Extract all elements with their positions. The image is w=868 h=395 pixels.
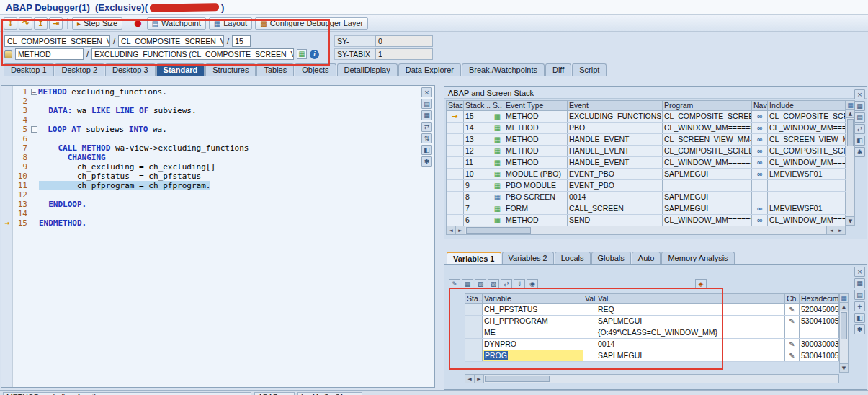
var-value-cell[interactable]: REQ <box>596 304 785 315</box>
navigate-icon[interactable]: ∞ <box>752 123 768 133</box>
settings-icon[interactable]: ✱ <box>421 156 432 167</box>
code-line[interactable]: 11 ch_pfprogram = ch_pfprogram. <box>1 181 420 190</box>
change-value-icon[interactable]: ✎ <box>785 316 800 327</box>
grid-icon[interactable]: ▦ <box>854 101 865 111</box>
code-line[interactable]: 9 ch_excluding = ch_excluding[] <box>1 162 420 172</box>
compare-icon[interactable]: ⇄ <box>501 279 512 289</box>
change-value-icon[interactable]: ✎ <box>785 350 800 361</box>
scroll-up-icon[interactable]: ▲ <box>840 303 848 311</box>
var-name-cell[interactable]: ME <box>483 327 583 338</box>
variables-col-header[interactable]: Ch.. <box>785 294 800 304</box>
variables-col-header[interactable]: Val. <box>596 294 785 304</box>
variable-row[interactable]: ME{O:49*\CLASS=CL_WINDOW_MM} <box>465 327 839 339</box>
variables-col-header[interactable]: Val.. <box>583 294 596 304</box>
navigate-icon[interactable]: ∞ <box>752 215 768 226</box>
vscroll-track[interactable] <box>840 340 848 363</box>
var-value-cell[interactable]: SAPLMEGUI <box>596 350 785 361</box>
step-into-button[interactable]: ↧ <box>4 17 17 30</box>
hscroll-track[interactable] <box>550 375 838 383</box>
event-name-field[interactable]: EXCLUDING_FUNCTIONS (CL_COMPOSITE_SCREEN… <box>91 48 294 60</box>
var-name-cell[interactable]: DYNPRO <box>483 339 583 350</box>
fold-toggle-icon[interactable]: − <box>31 126 37 133</box>
change-field-icon[interactable]: ✎ <box>449 279 460 289</box>
code-line[interactable]: →15ENDMETHOD. <box>1 218 420 228</box>
variables-col-header[interactable]: Hexadecimal V.. <box>800 294 839 304</box>
hscroll-track[interactable] <box>532 226 826 234</box>
line-number-field[interactable]: 15 <box>232 35 251 47</box>
code-line[interactable]: 5− LOOP AT subviews INTO wa. <box>1 125 420 134</box>
tab-auto[interactable]: Auto <box>632 252 661 264</box>
navigate-icon[interactable]: ∞ <box>752 146 768 156</box>
lock-icon[interactable]: ◧ <box>421 145 432 155</box>
step-over-button[interactable]: ↷ <box>19 17 32 30</box>
stack-row[interactable]: 12▦METHODHANDLE_EVENTCL_COMPOSITE_SCREEN… <box>447 146 846 157</box>
stack-col-header[interactable]: Program <box>663 101 752 111</box>
lock-icon[interactable]: ◧ <box>854 313 865 323</box>
settings-icon[interactable]: ✱ <box>854 324 865 334</box>
close-icon[interactable]: × <box>421 87 432 97</box>
hscroll-thumb[interactable] <box>485 376 550 382</box>
tab-desktop-2[interactable]: Desktop 2 <box>55 63 105 76</box>
vscroll-track[interactable] <box>846 147 854 216</box>
sort-icon[interactable]: ⇅ <box>421 133 432 143</box>
navigate-icon[interactable]: ∞ <box>752 203 768 214</box>
variables-col-header[interactable]: Sta.. <box>465 294 483 304</box>
tab-structures[interactable]: Structures <box>205 63 256 76</box>
variable-row[interactable]: CH_PFPROGRAMSAPLMEGUI✎5300410050 <box>465 316 839 327</box>
table-settings-icon[interactable]: ▦ <box>840 294 848 303</box>
event-type-field[interactable]: METHOD <box>15 48 84 60</box>
continue-button[interactable]: ⇥ <box>49 17 63 30</box>
tab-data-explorer[interactable]: Data Explorer <box>398 63 461 76</box>
tab-objects[interactable]: Objects <box>295 63 336 76</box>
tab-desktop-3[interactable]: Desktop 3 <box>105 63 156 76</box>
tab-variables-2[interactable]: Variables 2 <box>502 252 554 264</box>
step-return-button[interactable]: ↥ <box>34 17 48 30</box>
stack-row[interactable]: 14▦METHODPBOCL_WINDOW_MM======_∞CL_WINDO… <box>447 123 846 134</box>
tab-script[interactable]: Script <box>572 63 607 76</box>
stack-col-header[interactable]: Navi.. <box>752 101 768 111</box>
navigate-icon[interactable]: ∞ <box>752 169 768 179</box>
scroll-right-icon[interactable]: ► <box>836 226 845 234</box>
var-value-cell[interactable]: {O:49*\CLASS=CL_WINDOW_MM} <box>596 327 785 338</box>
variables-hscrollbar[interactable]: ◄ ► <box>465 374 839 383</box>
scroll-left-icon[interactable]: ◄ <box>465 375 475 383</box>
download-icon[interactable]: ⇓ <box>514 279 525 289</box>
variable-row[interactable]: PROGSAPLMEGUI✎5300410050 <box>465 350 839 362</box>
tab-memory-analysis[interactable]: Memory Analysis <box>661 252 734 264</box>
code-line[interactable]: 14 <box>1 209 420 218</box>
watchpoint-button[interactable]: ▤ Watchpoint <box>147 17 206 30</box>
table-icon[interactable]: ▦ <box>421 110 432 120</box>
fold-toggle-icon[interactable]: − <box>31 89 37 95</box>
tab-standard[interactable]: Standard <box>156 63 205 76</box>
var-value-cell[interactable]: SAPLMEGUI <box>596 316 785 327</box>
tab-diff[interactable]: Diff <box>545 63 571 76</box>
code-line[interactable]: 12 <box>1 190 420 200</box>
page-icon[interactable]: ▤ <box>854 112 865 123</box>
set-breakpoint-icon[interactable]: ◉ <box>527 279 538 289</box>
tab-locals[interactable]: Locals <box>555 252 591 264</box>
stack-row[interactable]: 10▦MODULE (PBO)EVENT_PBOSAPLMEGUI∞LMEVIE… <box>447 169 846 180</box>
swap-icon[interactable]: ⇄ <box>421 122 432 132</box>
change-value-icon[interactable]: ✎ <box>785 339 800 350</box>
scroll-up-icon[interactable]: ▲ <box>846 110 854 118</box>
code-line[interactable]: 4 <box>1 115 420 125</box>
vscroll-thumb[interactable] <box>847 119 854 146</box>
navigate-icon[interactable]: ∞ <box>752 111 768 122</box>
stack-hscrollbar[interactable]: ◄ ► ◄ ► <box>446 226 846 235</box>
variable-row[interactable]: DYNPRO0014✎3000300031 <box>465 339 839 350</box>
main-program-field[interactable]: CL_COMPOSITE_SCREEN_VIEW_MM==_ <box>4 35 110 47</box>
navigate-icon[interactable]: ∞ <box>752 134 768 145</box>
code-line[interactable]: 8 CHANGING <box>1 153 420 162</box>
stack-col-header[interactable]: Event Type <box>504 101 568 111</box>
table-settings-icon[interactable]: ▦ <box>846 101 854 110</box>
settings-icon[interactable]: ✱ <box>854 147 865 157</box>
page-icon[interactable]: ▤ <box>854 290 865 300</box>
tab-desktop-1[interactable]: Desktop 1 <box>4 63 54 76</box>
close-icon[interactable]: × <box>854 89 865 99</box>
var-name-cell[interactable]: CH_PFPROGRAM <box>483 316 583 327</box>
code-line[interactable]: 13 ENDLOOP. <box>1 200 420 209</box>
grid-icon[interactable]: ▦ <box>854 278 865 288</box>
scroll-left-icon[interactable]: ◄ <box>826 226 836 234</box>
source-program-field[interactable]: CL_COMPOSITE_SCREEN_VIEW_MM==_ <box>118 35 224 47</box>
scroll-right-icon[interactable]: ► <box>475 375 484 383</box>
